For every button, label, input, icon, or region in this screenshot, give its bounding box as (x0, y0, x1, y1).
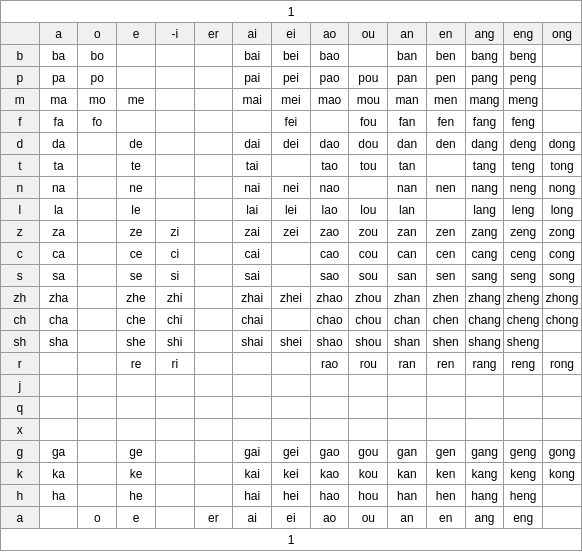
data-cell: de (117, 133, 156, 155)
header-en: en (426, 23, 465, 45)
data-cell: gai (233, 441, 272, 463)
data-cell: mei (272, 89, 311, 111)
data-cell: ke (117, 463, 156, 485)
data-cell: cang (465, 243, 504, 265)
top-number-row: 1 (1, 1, 582, 23)
data-cell: man (388, 89, 427, 111)
header-ang: ang (465, 23, 504, 45)
data-cell: chang (465, 309, 504, 331)
data-cell: dang (465, 133, 504, 155)
data-cell: rao (310, 353, 349, 375)
data-cell (543, 89, 582, 111)
data-cell: dou (349, 133, 388, 155)
data-cell: dei (272, 133, 311, 155)
data-cell: pa (39, 67, 78, 89)
data-cell: kang (465, 463, 504, 485)
data-cell: zao (310, 221, 349, 243)
initial-cell: ch (1, 309, 40, 331)
data-cell: fa (39, 111, 78, 133)
data-cell: nai (233, 177, 272, 199)
data-cell: neng (504, 177, 543, 199)
data-cell (117, 375, 156, 397)
data-cell (272, 309, 311, 331)
data-cell (39, 353, 78, 375)
data-cell (155, 155, 194, 177)
initial-cell: c (1, 243, 40, 265)
pinyin-table: 1 a o e -i er ai ei ao ou an en ang eng … (0, 0, 582, 551)
data-cell: fen (426, 111, 465, 133)
data-cell (543, 397, 582, 419)
header-a: a (39, 23, 78, 45)
data-cell: zheng (504, 287, 543, 309)
table-row: llalelaileilaoloulanlanglenglong (1, 199, 582, 221)
initial-cell: z (1, 221, 40, 243)
data-cell (155, 375, 194, 397)
data-cell: zhi (155, 287, 194, 309)
data-cell: chao (310, 309, 349, 331)
data-cell (155, 177, 194, 199)
data-cell: zhong (543, 287, 582, 309)
data-cell (155, 463, 194, 485)
data-cell: chou (349, 309, 388, 331)
initial-cell: m (1, 89, 40, 111)
data-cell: chong (543, 309, 582, 331)
table-row: ppapopaipeipaopoupanpenpangpeng (1, 67, 582, 89)
data-cell: kong (543, 463, 582, 485)
data-cell: zhou (349, 287, 388, 309)
data-cell (78, 463, 117, 485)
header-ong: ong (543, 23, 582, 45)
data-cell: beng (504, 45, 543, 67)
data-cell (117, 397, 156, 419)
table-row: zhzhazhezhizhaizheizhaozhouzhanzhenzhang… (1, 287, 582, 309)
initial-cell: q (1, 397, 40, 419)
data-cell (543, 45, 582, 67)
data-cell (78, 353, 117, 375)
header-ou: ou (349, 23, 388, 45)
table-row: j (1, 375, 582, 397)
data-cell: ca (39, 243, 78, 265)
data-cell: ge (117, 441, 156, 463)
data-cell (78, 309, 117, 331)
initial-cell: h (1, 485, 40, 507)
data-cell: me (117, 89, 156, 111)
table-row: nnanenaineinaonannennangnengnong (1, 177, 582, 199)
table-row: ccacecicaicaocoucancencangcengcong (1, 243, 582, 265)
data-cell: se (117, 265, 156, 287)
data-cell (504, 397, 543, 419)
data-cell: ou (349, 507, 388, 529)
data-cell (78, 419, 117, 441)
header-cell-empty (1, 23, 40, 45)
data-cell (426, 397, 465, 419)
data-cell: ta (39, 155, 78, 177)
data-cell (155, 67, 194, 89)
data-cell: da (39, 133, 78, 155)
data-cell (39, 397, 78, 419)
data-cell: deng (504, 133, 543, 155)
data-cell: po (78, 67, 117, 89)
data-cell (117, 419, 156, 441)
data-cell: han (388, 485, 427, 507)
data-cell: gang (465, 441, 504, 463)
initial-cell: a (1, 507, 40, 529)
data-cell: dai (233, 133, 272, 155)
data-cell: leng (504, 199, 543, 221)
data-cell: lai (233, 199, 272, 221)
data-cell: ben (426, 45, 465, 67)
data-cell: ran (388, 353, 427, 375)
data-cell: sa (39, 265, 78, 287)
data-cell: gou (349, 441, 388, 463)
header-i: -i (155, 23, 194, 45)
data-cell: ao (310, 507, 349, 529)
data-cell (78, 287, 117, 309)
data-cell (310, 419, 349, 441)
data-cell: rang (465, 353, 504, 375)
table-row: x (1, 419, 582, 441)
data-cell (349, 397, 388, 419)
data-cell: che (117, 309, 156, 331)
data-cell: keng (504, 463, 543, 485)
initial-cell: b (1, 45, 40, 67)
data-cell: hao (310, 485, 349, 507)
data-cell: tan (388, 155, 427, 177)
data-cell: ri (155, 353, 194, 375)
data-cell (78, 331, 117, 353)
